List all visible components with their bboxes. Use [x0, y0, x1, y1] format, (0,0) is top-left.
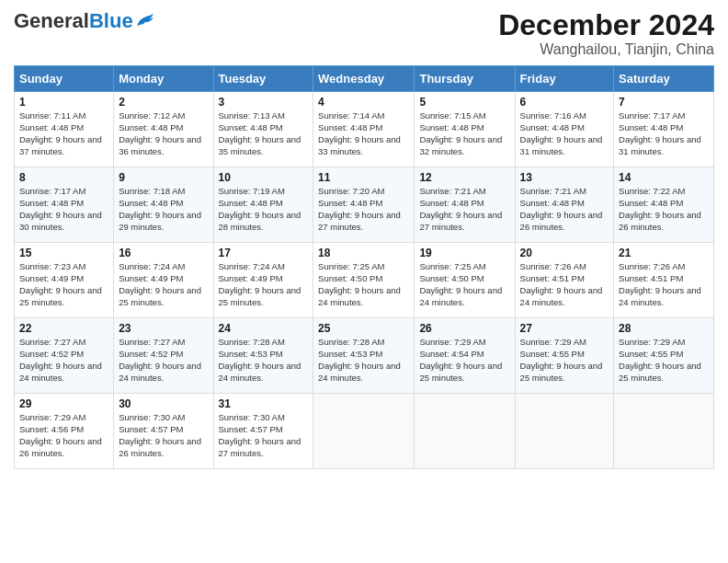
title-area: December 2024 Wanghailou, Tianjin, China	[498, 9, 714, 58]
day-number: 27	[520, 322, 609, 335]
calendar-cell: 10Sunrise: 7:19 AMSunset: 4:48 PMDayligh…	[213, 167, 313, 243]
day-number: 4	[318, 96, 409, 109]
cell-text: Sunrise: 7:13 AMSunset: 4:48 PMDaylight:…	[219, 110, 301, 155]
cell-text: Sunrise: 7:26 AMSunset: 4:51 PMDaylight:…	[520, 261, 603, 306]
cell-text: Sunrise: 7:24 AMSunset: 4:49 PMDaylight:…	[219, 261, 301, 306]
day-number: 21	[619, 247, 709, 259]
cell-text: Sunrise: 7:22 AMSunset: 4:48 PMDaylight:…	[619, 186, 701, 231]
day-number: 20	[520, 247, 609, 259]
day-number: 25	[318, 322, 409, 335]
day-number: 8	[19, 171, 108, 184]
calendar-cell: 29Sunrise: 7:29 AMSunset: 4:56 PMDayligh…	[15, 394, 114, 469]
day-number: 15	[19, 247, 108, 259]
calendar-cell: 20Sunrise: 7:26 AMSunset: 4:51 PMDayligh…	[515, 243, 613, 318]
calendar-cell	[415, 394, 515, 469]
day-number: 10	[219, 171, 309, 184]
day-number: 28	[619, 322, 709, 335]
calendar-cell: 24Sunrise: 7:28 AMSunset: 4:53 PMDayligh…	[213, 318, 313, 394]
day-number: 24	[219, 322, 309, 335]
cell-text: Sunrise: 7:19 AMSunset: 4:48 PMDaylight:…	[219, 186, 301, 231]
logo-blue: Blue	[89, 9, 133, 32]
day-number: 26	[419, 322, 509, 335]
cell-text: Sunrise: 7:21 AMSunset: 4:48 PMDaylight:…	[520, 186, 603, 231]
day-number: 16	[119, 247, 208, 259]
cell-text: Sunrise: 7:23 AMSunset: 4:49 PMDaylight:…	[19, 261, 102, 306]
day-number: 3	[219, 96, 309, 109]
calendar-cell: 5Sunrise: 7:15 AMSunset: 4:48 PMDaylight…	[415, 92, 515, 167]
day-number: 22	[19, 322, 108, 335]
cell-text: Sunrise: 7:21 AMSunset: 4:48 PMDaylight:…	[419, 186, 502, 231]
calendar-cell: 23Sunrise: 7:27 AMSunset: 4:52 PMDayligh…	[114, 318, 213, 394]
day-number: 14	[619, 171, 709, 184]
calendar-week-row: 8Sunrise: 7:17 AMSunset: 4:48 PMDaylight…	[15, 167, 714, 243]
day-number: 23	[119, 322, 208, 335]
day-number: 30	[119, 397, 208, 410]
month-title: December 2024	[498, 9, 714, 41]
calendar-cell: 21Sunrise: 7:26 AMSunset: 4:51 PMDayligh…	[614, 243, 714, 318]
weekday-header: Tuesday	[213, 66, 313, 92]
calendar-cell: 18Sunrise: 7:25 AMSunset: 4:50 PMDayligh…	[313, 243, 415, 318]
day-number: 2	[119, 96, 208, 109]
cell-text: Sunrise: 7:11 AMSunset: 4:48 PMDaylight:…	[19, 110, 102, 155]
logo: GeneralBlue	[14, 9, 155, 33]
day-number: 5	[419, 96, 509, 109]
calendar-cell: 12Sunrise: 7:21 AMSunset: 4:48 PMDayligh…	[415, 167, 515, 243]
calendar-week-row: 22Sunrise: 7:27 AMSunset: 4:52 PMDayligh…	[15, 318, 714, 394]
cell-text: Sunrise: 7:14 AMSunset: 4:48 PMDaylight:…	[318, 110, 401, 155]
cell-text: Sunrise: 7:20 AMSunset: 4:48 PMDaylight:…	[318, 186, 401, 231]
cell-text: Sunrise: 7:16 AMSunset: 4:48 PMDaylight:…	[520, 110, 603, 155]
cell-text: Sunrise: 7:12 AMSunset: 4:48 PMDaylight:…	[119, 110, 201, 155]
cell-text: Sunrise: 7:30 AMSunset: 4:57 PMDaylight:…	[219, 412, 301, 457]
cell-text: Sunrise: 7:25 AMSunset: 4:50 PMDaylight:…	[318, 261, 401, 306]
calendar-cell: 3Sunrise: 7:13 AMSunset: 4:48 PMDaylight…	[213, 92, 313, 167]
day-number: 19	[419, 247, 509, 259]
weekday-header: Saturday	[614, 66, 714, 92]
calendar-cell: 28Sunrise: 7:29 AMSunset: 4:55 PMDayligh…	[614, 318, 714, 394]
cell-text: Sunrise: 7:15 AMSunset: 4:48 PMDaylight:…	[419, 110, 502, 155]
cell-text: Sunrise: 7:29 AMSunset: 4:56 PMDaylight:…	[19, 412, 102, 457]
calendar-cell	[313, 394, 415, 469]
calendar-cell: 26Sunrise: 7:29 AMSunset: 4:54 PMDayligh…	[415, 318, 515, 394]
day-number: 13	[520, 171, 609, 184]
calendar-cell: 25Sunrise: 7:28 AMSunset: 4:53 PMDayligh…	[313, 318, 415, 394]
calendar-cell: 7Sunrise: 7:17 AMSunset: 4:48 PMDaylight…	[614, 92, 714, 167]
calendar-cell: 27Sunrise: 7:29 AMSunset: 4:55 PMDayligh…	[515, 318, 613, 394]
calendar-cell: 6Sunrise: 7:16 AMSunset: 4:48 PMDaylight…	[515, 92, 613, 167]
cell-text: Sunrise: 7:25 AMSunset: 4:50 PMDaylight:…	[419, 261, 502, 306]
calendar-cell: 22Sunrise: 7:27 AMSunset: 4:52 PMDayligh…	[15, 318, 114, 394]
weekday-header: Wednesday	[313, 66, 415, 92]
calendar-cell: 9Sunrise: 7:18 AMSunset: 4:48 PMDaylight…	[114, 167, 213, 243]
logo-general: General	[14, 9, 89, 32]
weekday-header: Thursday	[415, 66, 515, 92]
cell-text: Sunrise: 7:27 AMSunset: 4:52 PMDaylight:…	[19, 337, 102, 382]
weekday-header: Friday	[515, 66, 613, 92]
cell-text: Sunrise: 7:24 AMSunset: 4:49 PMDaylight:…	[119, 261, 201, 306]
cell-text: Sunrise: 7:17 AMSunset: 4:48 PMDaylight:…	[19, 186, 102, 231]
cell-text: Sunrise: 7:26 AMSunset: 4:51 PMDaylight:…	[619, 261, 701, 306]
day-number: 1	[19, 96, 108, 109]
calendar-cell: 30Sunrise: 7:30 AMSunset: 4:57 PMDayligh…	[114, 394, 213, 469]
calendar-cell: 1Sunrise: 7:11 AMSunset: 4:48 PMDaylight…	[15, 92, 114, 167]
day-number: 9	[119, 171, 208, 184]
cell-text: Sunrise: 7:28 AMSunset: 4:53 PMDaylight:…	[318, 337, 401, 382]
day-number: 18	[318, 247, 409, 259]
calendar-header-row: SundayMondayTuesdayWednesdayThursdayFrid…	[15, 66, 714, 92]
calendar-cell: 13Sunrise: 7:21 AMSunset: 4:48 PMDayligh…	[515, 167, 613, 243]
weekday-header: Sunday	[15, 66, 114, 92]
location: Wanghailou, Tianjin, China	[498, 41, 714, 58]
calendar-cell: 11Sunrise: 7:20 AMSunset: 4:48 PMDayligh…	[313, 167, 415, 243]
calendar-cell: 16Sunrise: 7:24 AMSunset: 4:49 PMDayligh…	[114, 243, 213, 318]
calendar-cell: 31Sunrise: 7:30 AMSunset: 4:57 PMDayligh…	[213, 394, 313, 469]
calendar-cell: 15Sunrise: 7:23 AMSunset: 4:49 PMDayligh…	[15, 243, 114, 318]
page-container: GeneralBlue December 2024 Wanghailou, Ti…	[0, 0, 728, 478]
calendar-cell: 8Sunrise: 7:17 AMSunset: 4:48 PMDaylight…	[15, 167, 114, 243]
day-number: 12	[419, 171, 509, 184]
cell-text: Sunrise: 7:17 AMSunset: 4:48 PMDaylight:…	[619, 110, 701, 155]
calendar-cell	[515, 394, 613, 469]
day-number: 11	[318, 171, 409, 184]
logo-bird-icon	[135, 13, 155, 29]
cell-text: Sunrise: 7:29 AMSunset: 4:54 PMDaylight:…	[419, 337, 502, 382]
cell-text: Sunrise: 7:30 AMSunset: 4:57 PMDaylight:…	[119, 412, 201, 457]
cell-text: Sunrise: 7:28 AMSunset: 4:53 PMDaylight:…	[219, 337, 301, 382]
day-number: 17	[219, 247, 309, 259]
